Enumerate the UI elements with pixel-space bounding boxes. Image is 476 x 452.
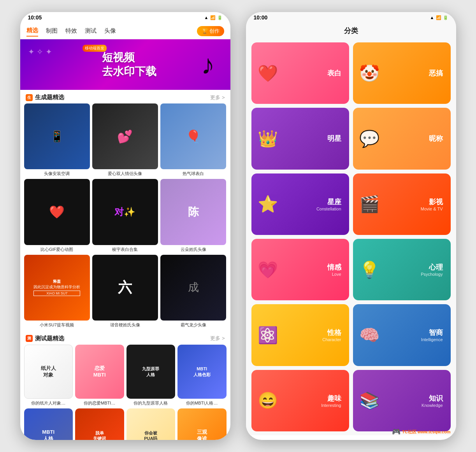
cat-card-qinggan[interactable]: 💗 情感 Love — [251, 239, 349, 300]
section2-title: 测 测试题精选 — [26, 335, 64, 342]
watermark: 🎮 TC社区 www.tcsqw.com — [392, 427, 450, 436]
nav-item-texiao[interactable]: 特效 — [65, 26, 77, 36]
list-item[interactable]: 脱单关键词 你的脱单关键词 — [75, 408, 124, 440]
item-label: 谐音梗姓氏头像 — [110, 322, 140, 328]
nav-item-ceshi[interactable]: 测试 — [85, 26, 97, 36]
item-label: 小米SU7提车视频 — [40, 322, 74, 328]
nav-item-jingxuan[interactable]: 精选 — [26, 25, 38, 37]
thumb-balloon: 🎈 — [160, 103, 226, 169]
item-label: 爱心双人情侣头像 — [108, 171, 142, 177]
cat-label: 知识 Knowledge — [422, 394, 443, 408]
thumb-mbti-p: MBTI人格 — [24, 408, 73, 440]
book-icon: 📚 — [359, 391, 379, 410]
thumb-xiaomi: 释蓋 因此沉淀成为物质科学分析 XIAO MI SU7 — [24, 255, 90, 321]
cat-card-baibai[interactable]: ❤️ 表白 — [251, 42, 349, 104]
crown-icon: 🏆 — [202, 28, 208, 34]
left-time: 10:05 — [28, 14, 42, 21]
love-icon: 💗 — [258, 260, 278, 279]
cat-card-mingxing[interactable]: 👑 明星 — [251, 108, 349, 169]
section1-header: 生 生成题精选 更多 > — [20, 90, 230, 103]
banner-badge: 移动端首发 — [83, 45, 107, 52]
watermark-icon: 🎮 — [392, 427, 400, 436]
item-label: 比心GIF爱心动图 — [40, 247, 73, 252]
section1-title: 生 生成题精选 — [26, 94, 64, 101]
item-label: 云朵姓氏头像 — [181, 247, 206, 252]
category-grid: ❤️ 表白 🤡 恶搞 👑 明星 💬 昵称 ⭐ 星座 — [246, 39, 456, 435]
item-label: 你的九型原罪人格 — [133, 400, 168, 406]
item-label: 你的恋爱MBTI… — [84, 400, 115, 406]
list-item[interactable]: MBTI人格色彩 你的MBTI人格… — [177, 345, 227, 406]
cat-card-xinli[interactable]: 💡 心理 Psychology — [353, 239, 451, 300]
thumb-dragon: 成 — [160, 255, 226, 321]
list-item[interactable]: 💕 爱心双人情侣头像 — [92, 103, 158, 177]
cat-label: 趣味 Interesting — [321, 394, 341, 408]
thumb-sanview: 三观像谁 — [177, 408, 227, 440]
clown-icon: 🤡 — [359, 64, 379, 83]
left-scroll-area[interactable]: 生 生成题精选 更多 > 📱 头像安装空调 💕 爱心双人情侣头像 — [20, 90, 230, 440]
category-title: 分类 — [344, 27, 358, 35]
section2-header: 测 测试题精选 更多 > — [20, 331, 230, 345]
section1-more[interactable]: 更多 > — [210, 94, 225, 101]
banner-line1: 短视频 — [102, 51, 156, 65]
cat-card-quwei[interactable]: 😄 趣味 Interesting — [251, 370, 349, 431]
cat-card-zhishang[interactable]: 🧠 智商 Intelligence — [353, 304, 451, 366]
nav-item-touxiang[interactable]: 头像 — [104, 26, 116, 36]
banner-stars: ✦ ✧ ✦ — [28, 47, 52, 56]
banner[interactable]: 移动端首发 短视频 去水印下载 ♪ ✦ ✧ ✦ — [20, 39, 230, 90]
cat-card-nicheng[interactable]: 💬 昵称 — [353, 108, 451, 169]
thumb-paper: 纸片人对象 — [24, 345, 73, 399]
cat-label: 影视 Movie & TV — [421, 197, 443, 211]
cat-card-xingzuo[interactable]: ⭐ 星座 Constellation — [251, 173, 349, 235]
item-label: 棱宇表白合集 — [112, 247, 138, 252]
cat-card-zhishi[interactable]: 📚 知识 Knowledge — [353, 370, 451, 431]
nav-item-zhitu[interactable]: 制图 — [46, 26, 58, 36]
list-item[interactable]: 释蓋 因此沉淀成为物质科学分析 XIAO MI SU7 小米SU7提车视频 — [24, 255, 90, 328]
cat-card-egao[interactable]: 🤡 恶搞 — [353, 42, 451, 104]
cat-label: 星座 Constellation — [316, 197, 341, 211]
chat-icon: 💬 — [359, 129, 379, 148]
list-item[interactable]: 你会被PUA吗 你会被PUA吗? — [126, 408, 176, 440]
list-item[interactable]: ❤️ 比心GIF爱心动图 — [24, 179, 90, 252]
section2-label: 测试题精选 — [35, 335, 64, 342]
thumb-surname: 六 — [92, 255, 158, 321]
thumb-aircondition: 📱 — [24, 103, 90, 169]
list-item[interactable]: 九型原罪人格 你的九型原罪人格 — [126, 345, 176, 406]
thumb-confess: 对✨ — [92, 179, 158, 245]
thumb-cloud: 陈 — [160, 179, 226, 245]
atom-icon: ⚛️ — [258, 326, 278, 345]
item-label: 你的纸片人对象… — [31, 400, 65, 406]
list-item[interactable]: 🎈 热气球表白 — [160, 103, 226, 177]
list-item[interactable]: 陈 云朵姓氏头像 — [160, 179, 226, 252]
thumb-pua: 你会被PUA吗 — [126, 408, 176, 440]
list-item[interactable]: 成 霸气龙少头像 — [160, 255, 226, 328]
left-phone: 10:05 ▲ 📶 🔋 精选 制图 特效 测试 头像 🏆 创作 移动端首发 短视… — [20, 12, 230, 440]
heart-icon: ❤️ — [258, 64, 278, 83]
list-item[interactable]: 六 谐音梗姓氏头像 — [92, 255, 158, 328]
thumb-couple: 💕 — [92, 103, 158, 169]
section2-icon: 测 — [26, 335, 33, 342]
left-status-icons: ▲ 📶 🔋 — [204, 15, 223, 20]
thumb-mbti-color: MBTI人格色彩 — [177, 345, 227, 399]
cat-label: 性格 Character — [322, 328, 341, 342]
cat-card-xingge[interactable]: ⚛️ 性格 Character — [251, 304, 349, 366]
section1-grid: 📱 头像安装空调 💕 爱心双人情侣头像 🎈 热气球表白 ❤️ — [20, 103, 230, 331]
list-item[interactable]: 📱 头像安装空调 — [24, 103, 90, 177]
list-item[interactable]: 纸片人对象 你的纸片人对象… — [24, 345, 73, 406]
item-label: 你的MBTI人格… — [186, 400, 218, 406]
section2-grid: 纸片人对象 你的纸片人对象… 恋爱MBTI 你的恋爱MBTI… 九型原罪人格 你… — [20, 345, 230, 440]
thumb-heart-gif: ❤️ — [24, 179, 90, 245]
list-item[interactable]: 恋爱MBTI 你的恋爱MBTI… — [75, 345, 124, 406]
cat-label: 智商 Intelligence — [421, 328, 443, 342]
list-item[interactable]: 对✨ 棱宇表白合集 — [92, 179, 158, 252]
left-nav: 精选 制图 特效 测试 头像 🏆 创作 — [20, 23, 230, 39]
cat-label: 情感 Love — [327, 263, 341, 277]
section2-more[interactable]: 更多 > — [210, 335, 225, 342]
thumb-mbti-love: 恋爱MBTI — [75, 345, 124, 399]
brain-icon: 🧠 — [359, 326, 379, 345]
cat-label: 表白 — [327, 68, 341, 78]
list-item[interactable]: 三观像谁 你的三观像谁 — [177, 408, 227, 440]
create-button[interactable]: 🏆 创作 — [197, 26, 224, 36]
cat-card-yingshi[interactable]: 🎬 影视 Movie & TV — [353, 173, 451, 235]
right-status-bar: 10:00 ▲ 📶 🔋 — [246, 12, 456, 23]
list-item[interactable]: MBTI人格 你的MBTI人格… — [24, 408, 73, 440]
